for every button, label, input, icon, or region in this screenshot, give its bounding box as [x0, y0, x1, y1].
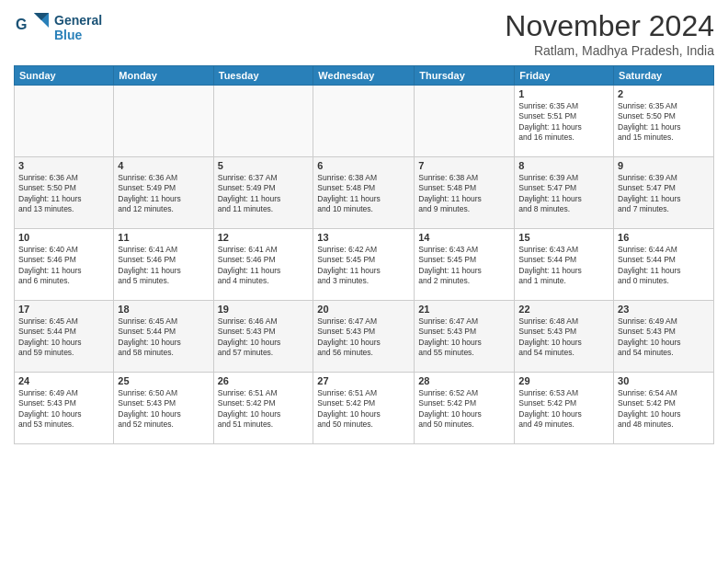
- day-number: 22: [518, 304, 609, 315]
- day-info: Sunrise: 6:38 AM Sunset: 5:48 PM Dayligh…: [418, 173, 510, 215]
- day-number: 11: [118, 232, 209, 243]
- day-info: Sunrise: 6:48 AM Sunset: 5:43 PM Dayligh…: [518, 316, 609, 359]
- table-row: 30Sunrise: 6:54 AM Sunset: 5:42 PM Dayli…: [614, 373, 714, 444]
- table-row: 2Sunrise: 6:35 AM Sunset: 5:50 PM Daylig…: [614, 86, 714, 157]
- table-row: 20Sunrise: 6:47 AM Sunset: 5:43 PM Dayli…: [313, 301, 415, 373]
- day-number: 28: [418, 375, 510, 386]
- day-number: 6: [317, 160, 410, 171]
- day-number: 12: [218, 232, 310, 243]
- table-row: 22Sunrise: 6:48 AM Sunset: 5:43 PM Dayli…: [515, 301, 614, 373]
- day-number: 4: [118, 160, 209, 171]
- table-row: 28Sunrise: 6:52 AM Sunset: 5:42 PM Dayli…: [415, 373, 515, 444]
- table-row: 27Sunrise: 6:51 AM Sunset: 5:42 PM Dayli…: [313, 373, 415, 444]
- day-info: Sunrise: 6:54 AM Sunset: 5:42 PM Dayligh…: [618, 388, 710, 431]
- day-info: Sunrise: 6:51 AM Sunset: 5:42 PM Dayligh…: [317, 388, 410, 431]
- day-info: Sunrise: 6:36 AM Sunset: 5:49 PM Dayligh…: [118, 173, 209, 215]
- day-number: 10: [18, 232, 109, 243]
- calendar-header-row: Sunday Monday Tuesday Wednesday Thursday…: [15, 66, 714, 86]
- day-number: 13: [317, 232, 410, 243]
- day-number: 7: [418, 160, 510, 171]
- header-monday: Monday: [114, 66, 213, 86]
- calendar-week-row: 17Sunrise: 6:45 AM Sunset: 5:44 PM Dayli…: [15, 301, 714, 373]
- calendar-week-row: 3Sunrise: 6:36 AM Sunset: 5:50 PM Daylig…: [15, 157, 714, 229]
- table-row: 24Sunrise: 6:49 AM Sunset: 5:43 PM Dayli…: [15, 373, 114, 444]
- calendar-week-row: 10Sunrise: 6:40 AM Sunset: 5:46 PM Dayli…: [15, 229, 714, 301]
- table-row: 11Sunrise: 6:41 AM Sunset: 5:46 PM Dayli…: [114, 229, 213, 301]
- day-info: Sunrise: 6:45 AM Sunset: 5:44 PM Dayligh…: [18, 316, 109, 359]
- day-info: Sunrise: 6:47 AM Sunset: 5:43 PM Dayligh…: [418, 316, 510, 359]
- table-row: 8Sunrise: 6:39 AM Sunset: 5:47 PM Daylig…: [515, 157, 614, 229]
- day-info: Sunrise: 6:52 AM Sunset: 5:42 PM Dayligh…: [418, 388, 510, 431]
- day-info: Sunrise: 6:51 AM Sunset: 5:42 PM Dayligh…: [218, 388, 310, 431]
- day-number: 14: [418, 232, 510, 243]
- day-info: Sunrise: 6:49 AM Sunset: 5:43 PM Dayligh…: [18, 388, 109, 431]
- day-number: 8: [518, 160, 609, 171]
- day-number: 19: [218, 304, 310, 315]
- day-info: Sunrise: 6:49 AM Sunset: 5:43 PM Dayligh…: [618, 316, 710, 359]
- svg-text:G: G: [16, 17, 27, 32]
- table-row: 14Sunrise: 6:43 AM Sunset: 5:45 PM Dayli…: [415, 229, 515, 301]
- table-row: 9Sunrise: 6:39 AM Sunset: 5:47 PM Daylig…: [614, 157, 714, 229]
- table-row: [15, 86, 114, 157]
- day-number: 18: [118, 304, 209, 315]
- table-row: 5Sunrise: 6:37 AM Sunset: 5:49 PM Daylig…: [213, 157, 313, 229]
- table-row: 17Sunrise: 6:45 AM Sunset: 5:44 PM Dayli…: [15, 301, 114, 373]
- day-info: Sunrise: 6:36 AM Sunset: 5:50 PM Dayligh…: [18, 173, 109, 215]
- day-number: 3: [18, 160, 109, 171]
- day-number: 2: [618, 88, 710, 99]
- day-number: 27: [317, 375, 410, 386]
- table-row: 4Sunrise: 6:36 AM Sunset: 5:49 PM Daylig…: [114, 157, 213, 229]
- day-number: 16: [618, 232, 710, 243]
- day-info: Sunrise: 6:45 AM Sunset: 5:44 PM Dayligh…: [118, 316, 209, 359]
- table-row: 26Sunrise: 6:51 AM Sunset: 5:42 PM Dayli…: [213, 373, 313, 444]
- day-info: Sunrise: 6:44 AM Sunset: 5:44 PM Dayligh…: [618, 245, 710, 287]
- header-tuesday: Tuesday: [213, 66, 313, 86]
- day-info: Sunrise: 6:43 AM Sunset: 5:45 PM Dayligh…: [418, 245, 510, 287]
- day-number: 30: [618, 375, 710, 386]
- day-info: Sunrise: 6:53 AM Sunset: 5:42 PM Dayligh…: [518, 388, 609, 431]
- table-row: 16Sunrise: 6:44 AM Sunset: 5:44 PM Dayli…: [614, 229, 714, 301]
- day-number: 29: [518, 375, 609, 386]
- table-row: 29Sunrise: 6:53 AM Sunset: 5:42 PM Dayli…: [515, 373, 614, 444]
- title-area: November 2024 Ratlam, Madhya Pradesh, In…: [505, 9, 714, 58]
- calendar-week-row: 1Sunrise: 6:35 AM Sunset: 5:51 PM Daylig…: [15, 86, 714, 157]
- table-row: 12Sunrise: 6:41 AM Sunset: 5:46 PM Dayli…: [213, 229, 313, 301]
- month-title: November 2024: [505, 9, 714, 43]
- day-number: 1: [518, 88, 609, 99]
- header-thursday: Thursday: [415, 66, 515, 86]
- day-info: Sunrise: 6:40 AM Sunset: 5:46 PM Dayligh…: [18, 245, 109, 287]
- day-number: 9: [618, 160, 710, 171]
- day-info: Sunrise: 6:39 AM Sunset: 5:47 PM Dayligh…: [518, 173, 609, 215]
- day-info: Sunrise: 6:39 AM Sunset: 5:47 PM Dayligh…: [618, 173, 710, 215]
- calendar: Sunday Monday Tuesday Wednesday Thursday…: [14, 65, 714, 444]
- table-row: 13Sunrise: 6:42 AM Sunset: 5:45 PM Dayli…: [313, 229, 415, 301]
- logo-text: General Blue: [54, 13, 102, 42]
- day-number: 15: [518, 232, 609, 243]
- day-info: Sunrise: 6:46 AM Sunset: 5:43 PM Dayligh…: [218, 316, 310, 359]
- day-info: Sunrise: 6:41 AM Sunset: 5:46 PM Dayligh…: [118, 245, 209, 287]
- day-info: Sunrise: 6:43 AM Sunset: 5:44 PM Dayligh…: [518, 245, 609, 287]
- calendar-week-row: 24Sunrise: 6:49 AM Sunset: 5:43 PM Dayli…: [15, 373, 714, 444]
- day-info: Sunrise: 6:47 AM Sunset: 5:43 PM Dayligh…: [317, 316, 410, 359]
- table-row: [213, 86, 313, 157]
- day-info: Sunrise: 6:50 AM Sunset: 5:43 PM Dayligh…: [118, 388, 209, 431]
- logo: G General Blue: [14, 9, 102, 46]
- header-sunday: Sunday: [15, 66, 114, 86]
- table-row: 10Sunrise: 6:40 AM Sunset: 5:46 PM Dayli…: [15, 229, 114, 301]
- header-wednesday: Wednesday: [313, 66, 415, 86]
- day-number: 20: [317, 304, 410, 315]
- day-info: Sunrise: 6:41 AM Sunset: 5:46 PM Dayligh…: [218, 245, 310, 287]
- location-subtitle: Ratlam, Madhya Pradesh, India: [505, 43, 714, 58]
- table-row: 3Sunrise: 6:36 AM Sunset: 5:50 PM Daylig…: [15, 157, 114, 229]
- table-row: 21Sunrise: 6:47 AM Sunset: 5:43 PM Dayli…: [415, 301, 515, 373]
- day-number: 24: [18, 375, 109, 386]
- table-row: [114, 86, 213, 157]
- header: G General Blue November 2024 Ratlam, Mad…: [14, 9, 714, 58]
- logo-icon: G: [14, 9, 51, 46]
- table-row: 15Sunrise: 6:43 AM Sunset: 5:44 PM Dayli…: [515, 229, 614, 301]
- table-row: 25Sunrise: 6:50 AM Sunset: 5:43 PM Dayli…: [114, 373, 213, 444]
- table-row: 18Sunrise: 6:45 AM Sunset: 5:44 PM Dayli…: [114, 301, 213, 373]
- day-info: Sunrise: 6:35 AM Sunset: 5:50 PM Dayligh…: [618, 101, 710, 144]
- day-info: Sunrise: 6:42 AM Sunset: 5:45 PM Dayligh…: [317, 245, 410, 287]
- day-number: 17: [18, 304, 109, 315]
